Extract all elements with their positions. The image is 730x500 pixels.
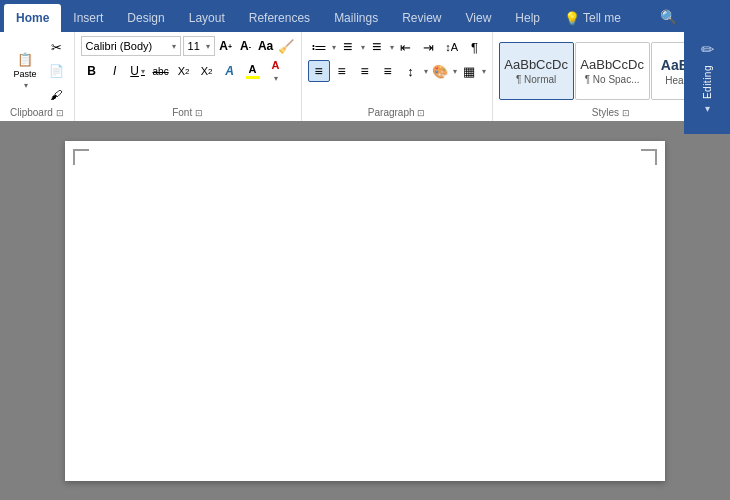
font-color-dropdown-icon: ▾ <box>274 74 278 83</box>
font-name-selector[interactable]: Calibri (Body) ▾ <box>81 36 181 56</box>
bullets-dropdown-icon: ▾ <box>332 43 336 52</box>
tab-layout[interactable]: Layout <box>177 4 237 32</box>
decrease-font-size-button[interactable]: A- <box>237 36 255 56</box>
tab-references[interactable]: References <box>237 4 322 32</box>
paragraph-group: ≔ ▾ ≡ ▾ ≡ ▾ ⇤ ⇥ ↕A ¶ ≡ ≡ <box>302 32 493 121</box>
editing-mode-panel: ✏ Editing ▾ <box>684 32 730 134</box>
change-case-button[interactable]: Aa <box>257 36 275 56</box>
paragraph-group-label: Paragraph ⊡ <box>308 106 486 119</box>
subscript-button[interactable]: X2 <box>173 60 195 82</box>
bold-button[interactable]: B <box>81 60 103 82</box>
increase-font-size-button[interactable]: A+ <box>217 36 235 56</box>
shading-button[interactable]: 🎨 <box>429 60 451 82</box>
align-left-button[interactable]: ≡ <box>308 60 330 82</box>
styles-expand-icon[interactable]: ⊡ <box>622 108 630 118</box>
line-spacing-button[interactable]: ↕ <box>400 60 422 82</box>
paste-dropdown-icon: ▾ <box>24 81 28 90</box>
multilevel-list-dropdown-icon: ▾ <box>390 43 394 52</box>
italic-button[interactable]: I <box>104 60 126 82</box>
document-area <box>0 121 730 500</box>
multilevel-list-button[interactable]: ≡ <box>366 36 388 58</box>
clipboard-group: 📋 Paste ▾ ✂ 📄 🖌 Clipboard ⊡ <box>0 32 75 121</box>
search-icon: 🔍 <box>660 9 677 25</box>
borders-button[interactable]: ▦ <box>458 60 480 82</box>
font-name-dropdown-icon: ▾ <box>172 42 176 51</box>
bullets-button[interactable]: ≔ <box>308 36 330 58</box>
tab-home[interactable]: Home <box>4 4 61 32</box>
tab-insert[interactable]: Insert <box>61 4 115 32</box>
decrease-indent-button[interactable]: ⇤ <box>395 36 417 58</box>
lightbulb-icon: 💡 <box>564 11 580 26</box>
font-size-selector[interactable]: 11 ▾ <box>183 36 215 56</box>
paste-icon: 📋 <box>17 52 33 67</box>
justify-button[interactable]: ≡ <box>377 60 399 82</box>
font-color-button[interactable]: A ▾ <box>265 60 287 82</box>
numbering-button[interactable]: ≡ <box>337 36 359 58</box>
paste-button[interactable]: 📋 Paste ▾ <box>6 50 44 92</box>
show-hide-button[interactable]: ¶ <box>464 36 486 58</box>
tab-tell-me[interactable]: 💡 Tell me <box>552 4 633 32</box>
borders-dropdown-icon: ▾ <box>482 67 486 76</box>
style-no-spacing[interactable]: AaBbCcDc ¶ No Spac... <box>575 42 650 100</box>
align-center-button[interactable]: ≡ <box>331 60 353 82</box>
styles-gallery: AaBbCcDc ¶ Normal AaBbCcDc ¶ No Spac... … <box>499 42 701 100</box>
increase-indent-button[interactable]: ⇥ <box>418 36 440 58</box>
font-size-dropdown-icon: ▾ <box>206 42 210 51</box>
text-effects-button[interactable]: A <box>219 60 241 82</box>
tab-mailings[interactable]: Mailings <box>322 4 390 32</box>
page-corner-top-left <box>73 149 89 165</box>
align-right-button[interactable]: ≡ <box>354 60 376 82</box>
underline-button[interactable]: U ▾ <box>127 60 149 82</box>
tab-bar: Home Insert Design Layout References Mai… <box>0 0 730 32</box>
tab-design[interactable]: Design <box>115 4 176 32</box>
editing-mode-chevron-icon[interactable]: ▾ <box>705 103 710 114</box>
style-normal[interactable]: AaBbCcDc ¶ Normal <box>499 42 574 100</box>
sort-button[interactable]: ↕A <box>441 36 463 58</box>
superscript-button[interactable]: X2 <box>196 60 218 82</box>
cut-button[interactable]: ✂ <box>45 36 67 58</box>
font-expand-icon[interactable]: ⊡ <box>195 108 203 118</box>
shading-dropdown-icon: ▾ <box>453 67 457 76</box>
clear-formatting-button[interactable]: 🧹 <box>277 36 295 56</box>
paragraph-expand-icon[interactable]: ⊡ <box>417 108 425 118</box>
highlight-color-button[interactable]: A <box>242 60 264 82</box>
search-button[interactable]: 🔍 <box>654 3 682 31</box>
clipboard-label: Clipboard ⊡ <box>6 106 68 119</box>
font-group: Calibri (Body) ▾ 11 ▾ A+ A- Aa 🧹 <box>75 32 302 121</box>
highlight-color-bar <box>246 76 260 79</box>
tab-help[interactable]: Help <box>503 4 552 32</box>
line-spacing-dropdown-icon: ▾ <box>424 67 428 76</box>
tab-review[interactable]: Review <box>390 4 453 32</box>
document-page[interactable] <box>65 141 665 481</box>
numbering-dropdown-icon: ▾ <box>361 43 365 52</box>
editing-mode-label: Editing <box>702 65 713 99</box>
font-group-label: Font ⊡ <box>81 106 295 119</box>
copy-button[interactable]: 📄 <box>45 60 67 82</box>
clipboard-expand-icon[interactable]: ⊡ <box>56 108 64 118</box>
editing-icon: ✏ <box>701 40 714 59</box>
tab-view[interactable]: View <box>454 4 504 32</box>
format-painter-button[interactable]: 🖌 <box>45 84 67 106</box>
strikethrough-button[interactable]: abc <box>150 60 172 82</box>
underline-dropdown-icon: ▾ <box>141 67 145 76</box>
page-corner-top-right <box>641 149 657 165</box>
